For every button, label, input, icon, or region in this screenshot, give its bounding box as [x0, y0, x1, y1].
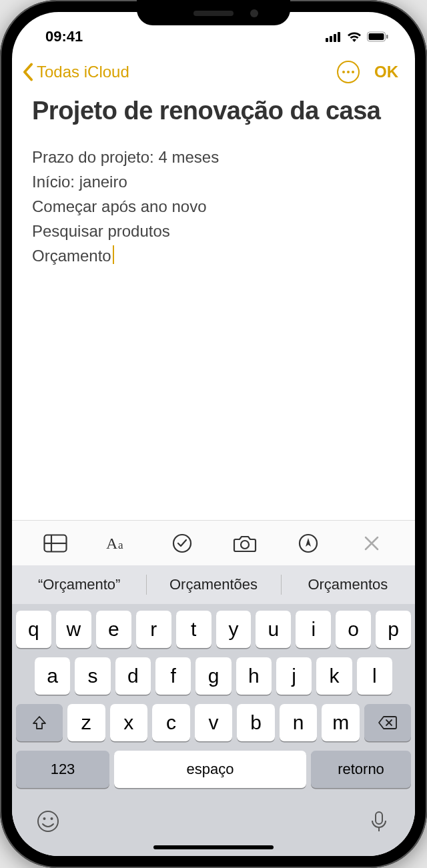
note-line-cursor[interactable]: Orçamento	[32, 247, 114, 265]
done-button[interactable]: OK	[374, 63, 398, 81]
key-y[interactable]: y	[216, 611, 252, 648]
key-a[interactable]: a	[35, 657, 70, 695]
markup-button[interactable]	[294, 531, 322, 555]
key-row-1: q w e r t y u i o p	[16, 611, 411, 648]
svg-point-15	[38, 811, 58, 831]
svg-rect-3	[338, 32, 340, 42]
key-f[interactable]: f	[155, 657, 191, 695]
key-d[interactable]: d	[115, 657, 151, 695]
svg-point-17	[51, 817, 53, 820]
chevron-left-icon	[22, 63, 34, 81]
svg-rect-2	[334, 34, 336, 42]
key-i[interactable]: i	[296, 611, 331, 648]
svg-rect-0	[326, 38, 328, 42]
suggestion[interactable]: Orçamentões	[146, 565, 280, 604]
suggestion-bar: “Orçamento” Orçamentões Orçamentos	[12, 565, 415, 604]
key-row-3: z x c v b n m	[16, 704, 411, 741]
key-s[interactable]: s	[75, 657, 110, 695]
dictation-button[interactable]	[367, 809, 391, 836]
table-button[interactable]	[41, 531, 69, 555]
svg-text:a: a	[118, 539, 123, 551]
wifi-icon	[347, 31, 362, 42]
key-l[interactable]: l	[357, 657, 392, 695]
table-icon	[43, 534, 67, 553]
emoji-button[interactable]	[36, 809, 60, 836]
checklist-icon	[172, 533, 192, 553]
key-row-4: 123 espaço retorno	[16, 751, 411, 788]
battery-icon	[367, 31, 388, 42]
svg-rect-6	[386, 35, 388, 39]
svg-text:A: A	[106, 535, 118, 552]
back-label: Todas iCloud	[37, 63, 129, 81]
keyboard: “Orçamento” Orçamentões Orçamentos q w e…	[12, 565, 415, 856]
notch	[137, 0, 290, 25]
back-button[interactable]: Todas iCloud	[22, 63, 129, 81]
camera-icon	[233, 534, 257, 553]
note-body[interactable]: Prazo do projeto: 4 meses Início: janeir…	[32, 145, 395, 269]
numeric-key[interactable]: 123	[16, 751, 109, 788]
shift-icon	[31, 715, 47, 731]
key-t[interactable]: t	[176, 611, 211, 648]
key-o[interactable]: o	[336, 611, 371, 648]
backspace-key[interactable]	[364, 704, 411, 741]
key-w[interactable]: w	[56, 611, 91, 648]
status-icons	[326, 31, 388, 42]
key-j[interactable]: j	[276, 657, 312, 695]
svg-rect-5	[369, 33, 384, 40]
emoji-icon	[36, 809, 60, 833]
camera-button[interactable]	[231, 531, 259, 555]
phone-frame: 09:41 Todas iCloud OK Projeto de renovaç…	[0, 0, 427, 868]
key-v[interactable]: v	[195, 704, 233, 741]
more-button[interactable]	[337, 61, 360, 83]
suggestion[interactable]: “Orçamento”	[12, 565, 146, 604]
svg-rect-18	[376, 812, 382, 824]
key-z[interactable]: z	[67, 704, 105, 741]
home-indicator[interactable]	[153, 845, 274, 849]
screen: 09:41 Todas iCloud OK Projeto de renovaç…	[12, 12, 415, 856]
return-key[interactable]: retorno	[311, 751, 411, 788]
key-h[interactable]: h	[236, 657, 272, 695]
svg-point-16	[43, 817, 46, 820]
shift-key[interactable]	[16, 704, 63, 741]
checklist-button[interactable]	[168, 531, 196, 555]
key-e[interactable]: e	[96, 611, 131, 648]
note-editor[interactable]: Projeto de renovação da casa Prazo do pr…	[12, 91, 415, 520]
cellular-icon	[326, 31, 342, 42]
microphone-icon	[367, 809, 391, 833]
backspace-icon	[378, 715, 398, 730]
text-format-button[interactable]: Aa	[105, 531, 133, 555]
key-k[interactable]: k	[316, 657, 352, 695]
key-n[interactable]: n	[280, 704, 318, 741]
space-key[interactable]: espaço	[114, 751, 306, 788]
note-line[interactable]: Prazo do projeto: 4 meses	[32, 145, 395, 169]
key-m[interactable]: m	[322, 704, 360, 741]
svg-point-13	[241, 541, 249, 549]
note-line[interactable]: Pesquisar produtos	[32, 219, 395, 243]
text-format-icon: Aa	[106, 534, 131, 553]
key-x[interactable]: x	[110, 704, 148, 741]
key-r[interactable]: r	[136, 611, 171, 648]
close-keyboard-button[interactable]	[358, 531, 386, 555]
note-line[interactable]: Começar após ano novo	[32, 194, 395, 219]
close-icon	[364, 535, 380, 551]
note-line[interactable]: Início: janeiro	[32, 169, 395, 194]
key-b[interactable]: b	[237, 704, 275, 741]
svg-rect-1	[330, 36, 332, 42]
note-title[interactable]: Projeto de renovação da casa	[32, 97, 395, 126]
key-p[interactable]: p	[376, 611, 411, 648]
markup-icon	[298, 533, 318, 553]
keyboard-bottom	[12, 801, 415, 839]
format-toolbar: Aa	[12, 520, 415, 565]
key-row-2: a s d f g h j k l	[16, 657, 411, 695]
nav-bar: Todas iCloud OK	[12, 49, 415, 91]
key-q[interactable]: q	[16, 611, 51, 648]
suggestion[interactable]: Orçamentos	[281, 565, 415, 604]
status-time: 09:41	[45, 28, 83, 45]
svg-point-12	[173, 535, 191, 552]
key-u[interactable]: u	[256, 611, 291, 648]
key-g[interactable]: g	[195, 657, 231, 695]
key-c[interactable]: c	[152, 704, 190, 741]
